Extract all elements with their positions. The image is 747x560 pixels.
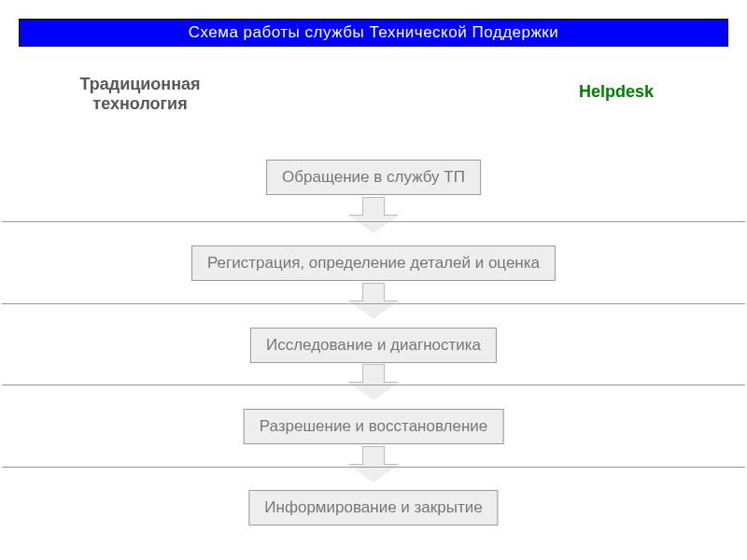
page-title: Схема работы службы Технической Поддержк…	[189, 23, 559, 42]
divider	[2, 467, 745, 468]
flow-step-label: Регистрация, определение деталей и оценк…	[207, 254, 540, 272]
arrow-down-icon	[349, 364, 398, 399]
flow-step-4: Разрешение и восстановление	[244, 409, 504, 444]
page-title-bar: Схема работы службы Технической Поддержк…	[19, 19, 728, 47]
flow-step-1: Обращение в службу ТП	[266, 160, 481, 195]
flow-step-label: Исследование и диагностика	[266, 336, 481, 354]
column-heading-helpdesk: Helpdesk	[523, 82, 710, 102]
flow-step-3: Исследование и диагностика	[250, 328, 497, 363]
flow-step-5: Информирование и закрытие	[248, 490, 498, 525]
flow-step-2: Регистрация, определение деталей и оценк…	[191, 245, 556, 281]
divider	[2, 221, 745, 222]
flow-step-label: Информирование и закрытие	[264, 498, 482, 516]
divider	[2, 303, 745, 304]
arrow-down-icon	[349, 283, 398, 318]
arrow-down-icon	[349, 446, 398, 482]
column-heading-traditional: Традиционная технология	[37, 75, 243, 114]
divider	[2, 385, 745, 385]
flow-step-label: Обращение в службу ТП	[282, 168, 465, 186]
flow-step-label: Разрешение и восстановление	[260, 417, 488, 435]
arrow-down-icon	[349, 197, 398, 232]
